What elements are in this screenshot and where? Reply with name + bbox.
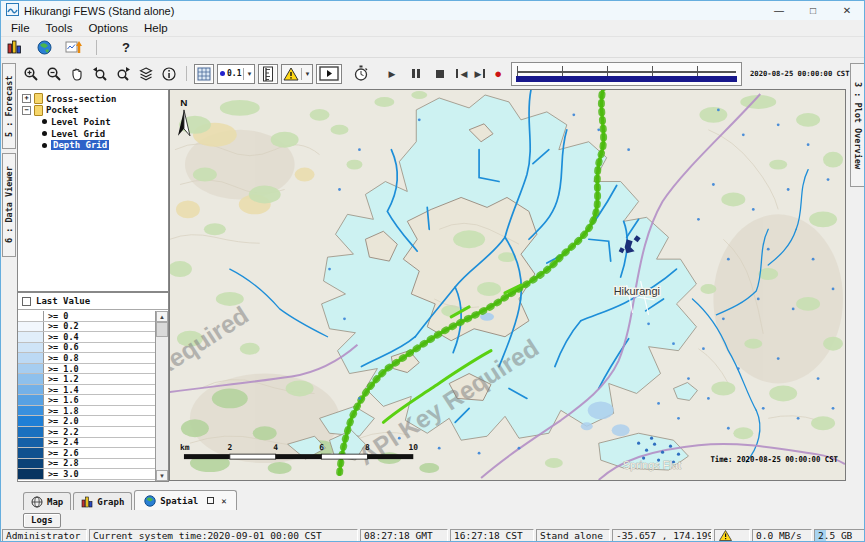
- timer-button[interactable]: [351, 64, 371, 84]
- zoom-out-button[interactable]: [44, 64, 64, 84]
- menu-help[interactable]: Help: [136, 21, 176, 35]
- maximize-button[interactable]: □: [796, 1, 830, 20]
- close-panel-icon[interactable]: ✕: [221, 496, 226, 506]
- pause-button[interactable]: [408, 66, 423, 82]
- menu-tools[interactable]: Tools: [38, 21, 81, 35]
- collapse-icon[interactable]: −: [22, 106, 31, 115]
- explorer-icon[interactable]: [5, 37, 25, 57]
- menu-file[interactable]: File: [3, 21, 38, 35]
- tree-node-pocket[interactable]: − Pocket: [18, 105, 168, 117]
- scroll-thumb[interactable]: [156, 322, 168, 337]
- contour-interval-dropdown[interactable]: 0.1 ▼: [217, 64, 255, 84]
- legend-row[interactable]: >= 2.6: [18, 448, 155, 459]
- expand-icon[interactable]: +: [22, 94, 31, 103]
- zoom-next-button[interactable]: [113, 64, 133, 84]
- zoom-in-button[interactable]: [21, 64, 41, 84]
- svg-text:10: 10: [408, 443, 418, 452]
- legend-row[interactable]: >= 1.4: [18, 385, 155, 396]
- globe-icon[interactable]: [34, 37, 54, 57]
- legend-row[interactable]: >= 2.0: [18, 416, 155, 427]
- svg-text:4: 4: [273, 443, 278, 452]
- info-button[interactable]: [159, 64, 179, 84]
- bottom-tab-bar: Map Graph Spatial ✕: [17, 490, 237, 510]
- maximize-panel-icon[interactable]: [207, 497, 214, 504]
- menu-options[interactable]: Options: [80, 21, 136, 35]
- legend-row[interactable]: >= 0: [18, 311, 155, 322]
- tree-node-level-grid[interactable]: Level Grid: [18, 128, 168, 140]
- status-gmt-time: 08:27:18 GMT: [360, 529, 448, 542]
- status-system-time: Current system time:2020-09-01 00:00 CST: [89, 529, 358, 542]
- animation-button[interactable]: [316, 64, 342, 84]
- legend-color-swatch: [18, 374, 44, 384]
- legend-row-label: >= 0.6: [44, 343, 79, 353]
- pan-hand-button[interactable]: [67, 64, 87, 84]
- last-value-label: Last Value: [36, 296, 90, 306]
- legend-row[interactable]: >= 0.2: [18, 322, 155, 333]
- logs-button[interactable]: Logs: [23, 513, 61, 528]
- tree-node-depth-grid[interactable]: Depth Grid: [18, 139, 168, 151]
- legend-row[interactable]: >= 0.6: [18, 343, 155, 354]
- tab-forecast[interactable]: 5 : Forecast: [2, 63, 16, 149]
- tab-graph[interactable]: Graph: [73, 492, 132, 510]
- tab-plot-overview[interactable]: 3 : Plot Overview: [850, 63, 865, 187]
- warning-icon: [719, 530, 732, 541]
- folder-icon: [34, 93, 43, 104]
- close-button[interactable]: ✕: [830, 1, 864, 20]
- legend-row[interactable]: >= 1.6: [18, 395, 155, 406]
- map-time-label: Time: 2020-08-25 00:00:00 CST: [710, 455, 838, 464]
- step-forward-button[interactable]: ▶: [472, 66, 487, 82]
- minimize-button[interactable]: —: [762, 1, 796, 20]
- scroll-up-icon[interactable]: ▲: [156, 311, 168, 322]
- legend-header: Last Value: [18, 293, 168, 310]
- record-button[interactable]: ●: [494, 66, 502, 81]
- last-value-checkbox[interactable]: [22, 297, 31, 306]
- thresholds-dropdown[interactable]: ▼: [281, 64, 313, 84]
- timeline-progress-bar: [516, 76, 737, 82]
- legend-row-label: >= 0.8: [44, 353, 79, 363]
- timeline-track: [517, 71, 736, 73]
- bullet-icon: [42, 119, 47, 124]
- gauge-scale-button[interactable]: [258, 64, 278, 84]
- tree-node-level-point[interactable]: Level Point: [18, 116, 168, 128]
- help-button[interactable]: ?: [122, 40, 130, 55]
- grid-display-button[interactable]: [194, 64, 214, 84]
- tab-graph-label: Graph: [97, 497, 124, 507]
- legend-color-swatch: [18, 416, 44, 426]
- app-logo-icon: [6, 2, 19, 20]
- chevron-down-icon: ▼: [243, 68, 253, 80]
- layers-button[interactable]: [136, 64, 156, 84]
- play-button[interactable]: ▶: [384, 66, 399, 82]
- map-viewport[interactable]: API Key Required API Key Required Hikura…: [169, 89, 846, 481]
- legend-row[interactable]: >= 2.4: [18, 438, 155, 449]
- legend-row-label: >= 2.6: [44, 448, 79, 458]
- tree-node-cross-section[interactable]: + Cross-section: [18, 93, 168, 105]
- legend-row[interactable]: >= 1.0: [18, 364, 155, 375]
- timeseries-import-icon[interactable]: [63, 37, 83, 57]
- legend-row[interactable]: >= 2.2: [18, 427, 155, 438]
- legend-row[interactable]: >= 2.8: [18, 459, 155, 470]
- wireframe-globe-icon: [31, 496, 43, 508]
- tab-data-viewer[interactable]: 6 : Data Viewer: [2, 153, 16, 257]
- legend-row[interactable]: >= 3.0: [18, 469, 155, 480]
- tab-spatial[interactable]: Spatial ✕: [134, 490, 236, 510]
- timeline-slider[interactable]: [511, 62, 742, 86]
- stop-button[interactable]: [432, 66, 447, 82]
- status-bar: Administrator Current system time:2020-0…: [1, 529, 864, 542]
- legend-row[interactable]: >= 0.4: [18, 332, 155, 343]
- status-warning[interactable]: [714, 529, 750, 542]
- legend-color-swatch: [18, 311, 44, 321]
- legend-row[interactable]: >= 1.8: [18, 406, 155, 417]
- bullet-icon: [42, 131, 47, 136]
- menu-bar: File Tools Options Help: [1, 20, 864, 37]
- legend-row-label: >= 1.6: [44, 395, 79, 405]
- tab-map[interactable]: Map: [23, 492, 71, 510]
- map-toolbar: 0.1 ▼ ▼ ▶ ◀ ▶ ● 2020-08-25 00:00:00 CST: [17, 58, 864, 89]
- step-back-button[interactable]: ◀: [454, 66, 469, 82]
- scroll-down-icon[interactable]: ▼: [156, 470, 168, 481]
- contour-interval-value: 0.1: [227, 69, 241, 78]
- legend-row[interactable]: >= 0.8: [18, 353, 155, 364]
- zoom-previous-button[interactable]: [90, 64, 110, 84]
- timeline-date: 2020-08-25 00:00:00 CST: [750, 69, 844, 78]
- legend-row[interactable]: >= 1.2: [18, 374, 155, 385]
- legend-scrollbar[interactable]: ▲ ▼: [155, 311, 168, 481]
